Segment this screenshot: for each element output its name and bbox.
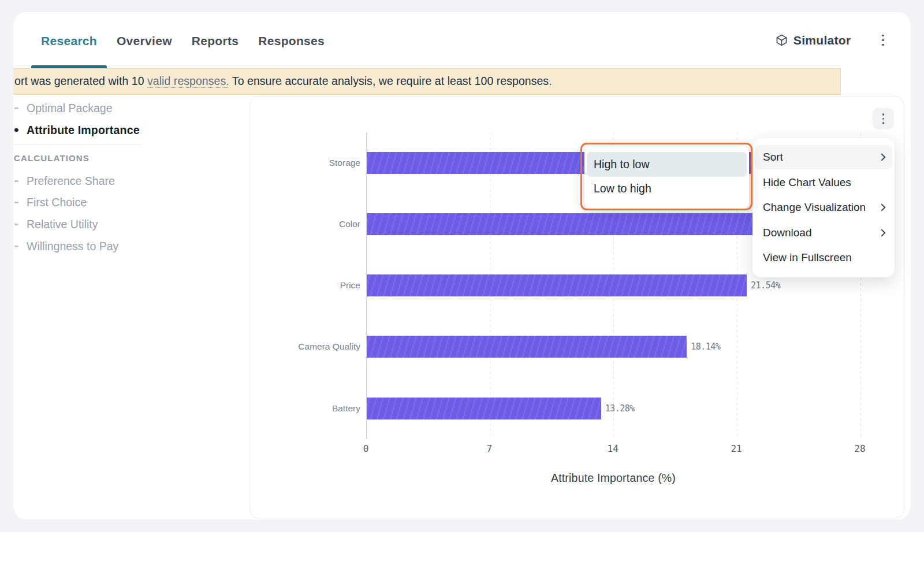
bar-value-label: 13.28% bbox=[605, 398, 635, 419]
header: Research Overview Reports Responses bbox=[13, 12, 911, 68]
submenu-item-low-to-high[interactable]: Low to high bbox=[587, 177, 747, 202]
simulator-button[interactable]: Simulator bbox=[775, 34, 851, 47]
category-label: Price bbox=[268, 274, 360, 296]
sidebar-item-relative-utility[interactable]: Relative Utility bbox=[27, 218, 98, 232]
chart-context-menu: Sort Hide Chart Values Change Visualizat… bbox=[752, 138, 895, 277]
header-kebab-menu-icon[interactable] bbox=[880, 32, 886, 49]
x-tick-label: 7 bbox=[472, 443, 506, 454]
category-label: Camera Quality bbox=[268, 336, 360, 358]
sidebar-item-preference-share[interactable]: Preference Share bbox=[27, 174, 115, 188]
sidebar-item-attribute-importance[interactable]: Attribute Importance bbox=[27, 123, 140, 137]
x-axis-title: Attribute Importance (%) bbox=[367, 471, 860, 485]
chevron-right-icon bbox=[881, 153, 886, 161]
simulator-label: Simulator bbox=[793, 34, 851, 47]
bar-color[interactable] bbox=[367, 213, 770, 235]
tab-bar: Research Overview Reports Responses bbox=[31, 12, 334, 68]
category-label: Battery bbox=[268, 398, 360, 419]
bullet-icon bbox=[14, 246, 18, 247]
bullet-icon bbox=[14, 180, 18, 182]
tab-research[interactable]: Research bbox=[31, 12, 107, 68]
chevron-right-icon bbox=[881, 203, 886, 211]
tab-reports[interactable]: Reports bbox=[182, 12, 248, 68]
bullet-icon bbox=[14, 128, 18, 132]
menu-item-change-visualization[interactable]: Change Visualization bbox=[755, 195, 892, 220]
tab-reports-label: Reports bbox=[192, 34, 239, 48]
bar-value-label: 21.54% bbox=[751, 274, 780, 296]
bar-value-label: 18.14% bbox=[691, 336, 720, 358]
sidebar-divider bbox=[13, 144, 141, 144]
tab-responses-label: Responses bbox=[258, 34, 325, 48]
bullet-icon bbox=[14, 224, 18, 225]
category-label: Storage bbox=[268, 152, 360, 174]
tab-research-label: Research bbox=[41, 34, 97, 48]
sidebar-item-willingness-to-pay[interactable]: Willingness to Pay bbox=[27, 240, 118, 254]
bar-battery[interactable] bbox=[367, 398, 601, 419]
menu-item-hide-chart-values[interactable]: Hide Chart Values bbox=[755, 170, 892, 195]
screen: Research Overview Reports Responses bbox=[0, 0, 924, 583]
sidebar-item-optimal-package[interactable]: Optimal Package bbox=[27, 101, 113, 115]
x-tick-label: 28 bbox=[843, 443, 877, 454]
bullet-icon bbox=[14, 202, 18, 203]
menu-item-download[interactable]: Download bbox=[755, 221, 892, 245]
chevron-right-icon bbox=[881, 229, 886, 237]
sort-submenu: High to low Low to high bbox=[584, 146, 749, 209]
tab-overview-label: Overview bbox=[117, 34, 172, 48]
bullet-icon bbox=[14, 107, 18, 109]
sidebar-item-first-choice[interactable]: First Choice bbox=[27, 196, 87, 210]
x-tick-label: 21 bbox=[719, 443, 754, 454]
cube-icon bbox=[775, 34, 788, 47]
bar-camera-quality[interactable] bbox=[367, 336, 687, 358]
bar-price[interactable] bbox=[367, 274, 747, 296]
tab-overview[interactable]: Overview bbox=[107, 12, 182, 68]
menu-item-sort[interactable]: Sort bbox=[755, 145, 892, 169]
x-tick-label: 0 bbox=[349, 443, 383, 454]
tab-responses[interactable]: Responses bbox=[248, 12, 334, 68]
sidebar-section-heading: CALCULATIONS bbox=[14, 154, 90, 163]
sidebar: Optimal Package Attribute Importance CAL… bbox=[13, 83, 249, 507]
header-actions: Simulator bbox=[775, 12, 886, 68]
x-tick-label: 14 bbox=[595, 443, 630, 454]
submenu-item-high-to-low[interactable]: High to low bbox=[587, 152, 747, 177]
category-label: Color bbox=[268, 213, 360, 235]
menu-item-view-in-fullscreen[interactable]: View in Fullscreen bbox=[755, 246, 892, 270]
